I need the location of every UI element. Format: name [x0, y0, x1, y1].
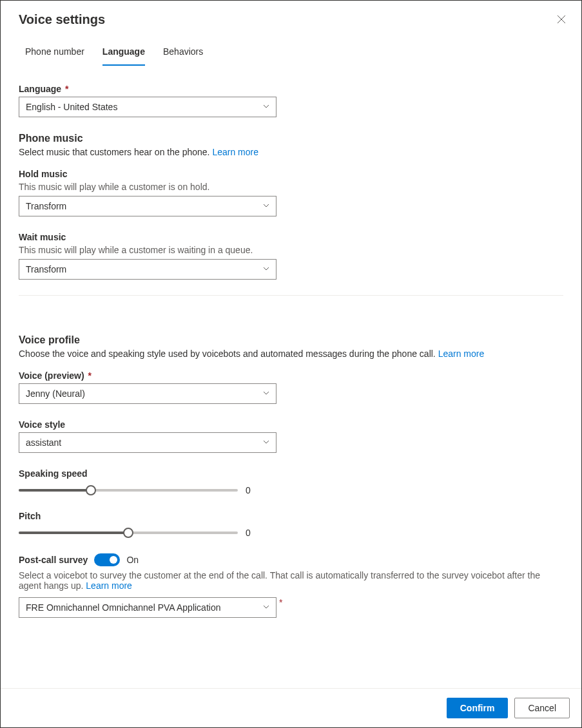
wait-music-value: Transform [26, 264, 66, 274]
close-button[interactable] [554, 12, 568, 28]
speaking-speed-value: 0 [246, 485, 258, 495]
wait-music-select[interactable]: Transform [19, 259, 276, 280]
voice-select-value: Jenny (Neural) [26, 388, 85, 399]
tab-phone-number[interactable]: Phone number [25, 46, 84, 66]
voice-style-value: assistant [26, 437, 61, 448]
hold-music-label: Hold music [19, 169, 563, 179]
voice-style-group: Voice style assistant [19, 419, 563, 453]
wait-music-group: Wait music This music will play while a … [19, 232, 563, 280]
voice-group: Voice (preview) * Jenny (Neural) [19, 370, 563, 404]
pitch-group: Pitch 0 [19, 511, 563, 538]
post-call-survey-description: Select a voicebot to survey the customer… [19, 570, 563, 591]
language-select[interactable]: English - United States [19, 97, 276, 117]
language-label: Language * [19, 84, 563, 94]
voice-profile-desc-text: Choose the voice and speaking style used… [19, 349, 438, 359]
confirm-button[interactable]: Confirm [447, 698, 509, 718]
page-title: Voice settings [19, 12, 105, 27]
language-label-text: Language [19, 84, 61, 94]
phone-music-desc-text: Select music that customers hear on the … [19, 147, 212, 157]
voice-select[interactable]: Jenny (Neural) [19, 383, 276, 404]
phone-music-heading: Phone music [19, 133, 563, 144]
slider-thumb[interactable] [123, 528, 133, 538]
wait-music-label: Wait music [19, 232, 563, 242]
voice-label-text: Voice (preview) [19, 370, 84, 381]
pitch-value: 0 [246, 528, 258, 538]
required-marker: * [279, 597, 282, 608]
post-call-survey-label: Post-call survey [19, 555, 88, 565]
language-select-value: English - United States [26, 102, 117, 112]
tab-language[interactable]: Language [102, 46, 145, 66]
voice-profile-section: Voice profile Choose the voice and speak… [19, 334, 563, 538]
voice-label: Voice (preview) * [19, 370, 563, 381]
tab-behaviors[interactable]: Behaviors [163, 46, 203, 66]
speaking-speed-slider[interactable] [19, 485, 238, 495]
voice-profile-heading: Voice profile [19, 334, 563, 346]
voice-style-select[interactable]: assistant [19, 432, 276, 453]
hold-music-group: Hold music This music will play while a … [19, 169, 563, 216]
speaking-speed-label: Speaking speed [19, 468, 563, 479]
language-field-group: Language * English - United States [19, 84, 563, 117]
phone-music-description: Select music that customers hear on the … [19, 147, 563, 157]
wait-music-helper: This music will play while a customer is… [19, 245, 563, 255]
phone-music-section: Phone music Select music that customers … [19, 133, 563, 280]
pitch-slider[interactable] [19, 528, 238, 538]
post-call-survey-toggle[interactable] [94, 553, 120, 566]
slider-fill [19, 532, 128, 534]
section-divider [19, 295, 563, 296]
hold-music-select[interactable]: Transform [19, 196, 276, 216]
survey-learn-more-link[interactable]: Learn more [86, 580, 132, 591]
survey-bot-select[interactable]: FRE Omnichannel Omnichannel PVA Applicat… [19, 597, 276, 618]
post-call-survey-section: Post-call survey On Select a voicebot to… [19, 553, 563, 618]
slider-thumb[interactable] [86, 485, 96, 495]
hold-music-value: Transform [26, 201, 66, 211]
toggle-thumb [110, 556, 117, 564]
speaking-speed-group: Speaking speed 0 [19, 468, 563, 495]
survey-bot-value: FRE Omnichannel Omnichannel PVA Applicat… [26, 602, 220, 613]
phone-music-learn-more-link[interactable]: Learn more [212, 147, 258, 157]
voice-profile-description: Choose the voice and speaking style used… [19, 349, 563, 359]
cancel-button[interactable]: Cancel [514, 698, 570, 718]
voice-profile-learn-more-link[interactable]: Learn more [438, 349, 485, 359]
pitch-label: Pitch [19, 511, 563, 521]
footer: Confirm Cancel [1, 688, 581, 727]
post-call-survey-state: On [126, 555, 139, 565]
required-marker: * [65, 84, 68, 94]
tabs: Phone number Language Behaviors [1, 28, 581, 66]
required-marker: * [88, 370, 92, 381]
hold-music-helper: This music will play while a customer is… [19, 182, 563, 192]
slider-fill [19, 489, 91, 492]
close-icon [557, 15, 566, 26]
voice-style-label: Voice style [19, 419, 563, 430]
